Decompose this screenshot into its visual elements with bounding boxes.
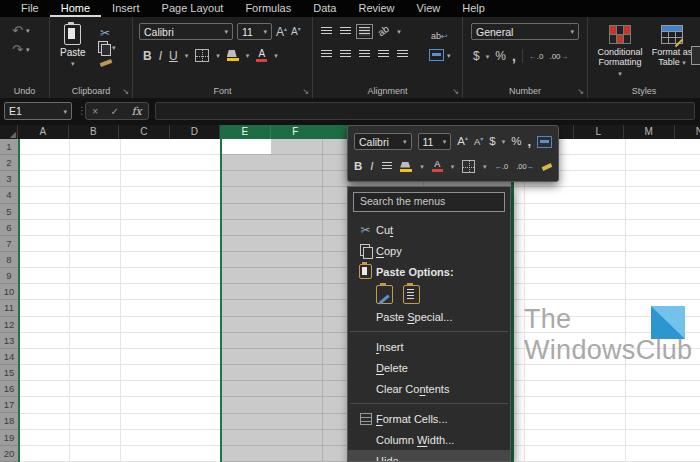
paste-icon[interactable] <box>403 285 420 304</box>
redo-icon[interactable]: ↷ <box>12 43 23 56</box>
ribbon-tab-insert[interactable]: Insert <box>101 0 151 17</box>
underline-button[interactable]: U <box>169 50 178 62</box>
mini-comma-button[interactable]: , <box>528 135 532 148</box>
mini-font-color-button[interactable]: A <box>432 161 443 172</box>
row-header-18[interactable]: 18 <box>0 413 18 429</box>
mini-align-icon[interactable] <box>382 162 393 171</box>
clipboard-dialog-launcher-icon[interactable]: ↘ <box>122 87 129 96</box>
percent-button[interactable]: % <box>495 50 506 62</box>
context-menu-item-clear-contents[interactable]: Clear Contents <box>348 378 510 399</box>
undo-dropdown-icon[interactable]: ▾ <box>26 27 30 34</box>
increase-indent-icon[interactable] <box>397 50 408 59</box>
formula-input[interactable] <box>155 102 695 120</box>
select-all-button[interactable]: ◢ <box>0 125 18 139</box>
wrap-text-button[interactable]: ab↩ <box>431 25 448 43</box>
row-header-15[interactable]: 15 <box>0 365 18 381</box>
row-header-20[interactable]: 20 <box>0 446 18 462</box>
ribbon-tab-review[interactable]: Review <box>347 0 405 17</box>
mini-shrink-font-icon[interactable]: A▾ <box>474 136 483 147</box>
row-header-3[interactable]: 3 <box>0 171 18 187</box>
grow-font-icon[interactable]: A▴ <box>276 26 287 38</box>
mini-italic-button[interactable]: I <box>370 161 373 173</box>
column-header-N[interactable]: N <box>675 125 700 139</box>
align-middle-icon[interactable] <box>340 27 351 36</box>
font-name-combo[interactable]: Calibri▾ <box>139 23 233 40</box>
row-header-19[interactable]: 19 <box>0 430 18 446</box>
paste-dropdown-icon[interactable]: ▾ <box>71 60 75 67</box>
cell-styles-icon[interactable] <box>691 46 700 65</box>
row-header-17[interactable]: 17 <box>0 397 18 413</box>
column-header-L[interactable]: L <box>574 125 625 139</box>
row-header-12[interactable]: 12 <box>0 317 18 333</box>
format-as-table-button[interactable]: Format as Table ▾ <box>650 25 694 68</box>
number-dialog-launcher-icon[interactable]: ↘ <box>577 87 584 96</box>
context-menu-item-cut[interactable]: ✂Cut <box>348 219 510 240</box>
context-menu-item-paste-special[interactable]: Paste Special... <box>348 306 510 327</box>
column-header-E[interactable]: E <box>220 125 271 139</box>
insert-function-icon[interactable]: fx <box>131 105 141 118</box>
mini-percent-button[interactable]: % <box>511 136 521 148</box>
redo-dropdown-icon[interactable]: ▾ <box>26 46 30 53</box>
name-box[interactable]: E1▾ <box>4 102 72 120</box>
align-bottom-icon[interactable] <box>359 27 370 36</box>
context-menu-item-column-width[interactable]: Column Width... <box>348 429 510 450</box>
paste-formatting-icon[interactable] <box>376 285 393 304</box>
copy-button[interactable]: ▾ <box>98 41 116 54</box>
column-header-C[interactable]: C <box>119 125 170 139</box>
row-header-5[interactable]: 5 <box>0 204 18 220</box>
mini-font-name-combo[interactable]: Calibri▾ <box>354 133 412 150</box>
context-menu-search-input[interactable]: Search the menus <box>353 192 505 212</box>
ribbon-tab-home[interactable]: Home <box>50 0 101 17</box>
row-header-4[interactable]: 4 <box>0 187 18 203</box>
mini-format-painter-icon[interactable] <box>542 163 553 171</box>
font-size-combo[interactable]: 11▾ <box>237 23 272 40</box>
mini-grow-font-icon[interactable]: A▴ <box>457 135 468 147</box>
align-right-icon[interactable] <box>359 50 370 59</box>
align-top-icon[interactable] <box>321 27 332 36</box>
row-header-6[interactable]: 6 <box>0 220 18 236</box>
number-format-combo[interactable]: General▾ <box>471 23 579 40</box>
orientation-icon[interactable]: ab <box>376 24 391 39</box>
row-header-1[interactable]: 1 <box>0 139 18 155</box>
cut-button[interactable]: ✂ <box>100 23 110 41</box>
context-menu-item-hide[interactable]: Hide <box>348 450 510 462</box>
row-header-13[interactable]: 13 <box>0 333 18 349</box>
align-center-icon[interactable] <box>340 50 351 59</box>
mini-fill-color-button[interactable] <box>400 162 412 172</box>
mini-merge-center-icon[interactable] <box>537 136 552 148</box>
column-header-A[interactable]: A <box>18 125 69 139</box>
mini-increase-decimal-icon[interactable]: ←.0 <box>494 162 508 171</box>
row-header-9[interactable]: 9 <box>0 268 18 284</box>
bold-button[interactable]: B <box>143 50 152 62</box>
align-left-icon[interactable] <box>321 50 332 59</box>
row-header-8[interactable]: 8 <box>0 252 18 268</box>
context-menu-item-format-cells[interactable]: Format Cells... <box>348 408 510 429</box>
context-menu-item-copy[interactable]: Copy <box>348 240 510 261</box>
context-menu-item-insert[interactable]: Insert <box>348 336 510 357</box>
mini-borders-icon[interactable] <box>462 160 475 173</box>
borders-icon[interactable] <box>195 49 209 62</box>
underline-dropdown-icon[interactable]: ▾ <box>185 52 189 59</box>
context-menu-item-delete[interactable]: Delete <box>348 357 510 378</box>
context-menu-item-paste-options[interactable]: Paste Options: <box>348 261 510 282</box>
fill-color-button[interactable] <box>227 50 239 61</box>
ribbon-tab-formulas[interactable]: Formulas <box>234 0 302 17</box>
column-header-D[interactable]: D <box>170 125 221 139</box>
row-header-11[interactable]: 11 <box>0 300 18 316</box>
active-cell-E1[interactable] <box>222 139 271 154</box>
mini-font-size-combo[interactable]: 11▾ <box>418 133 452 150</box>
comma-button[interactable]: , <box>512 49 516 63</box>
italic-button[interactable]: I <box>159 50 162 62</box>
font-color-button[interactable]: A <box>256 50 267 62</box>
cancel-entry-icon[interactable]: × <box>92 106 98 117</box>
format-painter-icon[interactable] <box>100 59 113 67</box>
ribbon-tab-view[interactable]: View <box>406 0 452 17</box>
ribbon-tab-data[interactable]: Data <box>302 0 347 17</box>
decrease-indent-icon[interactable] <box>378 50 389 59</box>
mini-bold-button[interactable]: B <box>354 161 362 173</box>
alignment-dialog-launcher-icon[interactable]: ↘ <box>452 87 459 96</box>
ribbon-tab-page-layout[interactable]: Page Layout <box>151 0 235 17</box>
ribbon-tab-file[interactable]: File <box>10 0 50 17</box>
column-header-M[interactable]: M <box>624 125 675 139</box>
row-header-16[interactable]: 16 <box>0 381 18 397</box>
